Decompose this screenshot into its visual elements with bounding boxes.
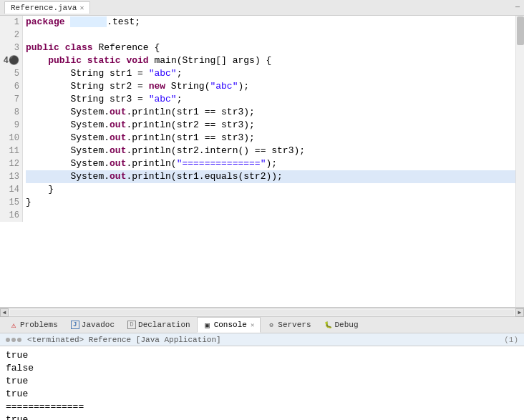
tab-console[interactable]: ▣ Console ✕: [197, 317, 261, 333]
bottom-tabs-bar: ⚠ Problems J Javadoc D Declaration ▣ Con…: [0, 316, 524, 333]
code-line-8: System.out.println(str1 == str3);: [26, 106, 524, 119]
line-num-1: 1: [3, 16, 19, 29]
vscroll[interactable]: [515, 16, 524, 307]
code-line-10: System.out.println(str1 == str3);: [26, 132, 524, 145]
line-num-8: 8: [3, 106, 19, 119]
code-line-13: System.out.println(str1.equals(str2));: [26, 170, 524, 183]
tab-problems-label: Problems: [20, 321, 58, 329]
dot2: [11, 338, 16, 342]
window-minimize[interactable]: ─: [515, 4, 520, 11]
code-line-4: public static void main(String[] args) {: [26, 54, 524, 67]
line-num-9: 9: [3, 119, 19, 132]
tab-label: Reference.java: [11, 4, 77, 12]
console-header-text: <terminated> Reference [Java Application…: [27, 336, 221, 344]
console-output-area[interactable]: true false true true ============== true: [0, 346, 524, 420]
line-num-14: 14: [3, 183, 19, 196]
tab-problems[interactable]: ⚠ Problems: [3, 317, 64, 333]
code-line-14: }: [26, 183, 524, 196]
editor-hscroll[interactable]: ◀ ▶: [0, 308, 524, 316]
declaration-icon: D: [127, 321, 136, 329]
editor-scroll[interactable]: 1 2 3 4⚫ 5 6 7 8 9 10 11 12 13 14 15 16 …: [0, 16, 524, 307]
console-icon: ▣: [203, 321, 212, 329]
code-line-15: }: [26, 196, 524, 209]
console-header: <terminated> Reference [Java Application…: [0, 333, 524, 346]
line-num-10: 10: [3, 132, 19, 145]
line-num-4: 4⚫: [3, 54, 19, 67]
code-line-3: public class Reference {: [26, 41, 524, 54]
code-container: 1 2 3 4⚫ 5 6 7 8 9 10 11 12 13 14 15 16 …: [0, 16, 524, 222]
editor-tab[interactable]: Reference.java ✕: [4, 1, 90, 14]
line-num-2: 2: [3, 29, 19, 41]
code-lines[interactable]: package .test; public class Reference { …: [23, 16, 524, 222]
tab-declaration[interactable]: D Declaration: [121, 317, 197, 333]
code-line-2: [26, 29, 524, 41]
hscroll-track[interactable]: [10, 310, 514, 316]
code-line-6: String str2 = new String("abc");: [26, 80, 524, 93]
tab-javadoc[interactable]: J Javadoc: [64, 317, 121, 333]
tab-close-icon[interactable]: ✕: [79, 4, 84, 12]
tab-servers[interactable]: ⚙ Servers: [261, 317, 317, 333]
code-line-7: String str3 = "abc";: [26, 93, 524, 106]
dot1: [6, 338, 10, 342]
console-line-1: true: [6, 349, 518, 362]
console-header-dots: [6, 338, 21, 342]
console-line-2: false: [6, 362, 518, 375]
console-header-num: (1): [504, 336, 518, 344]
code-line-12: System.out.println("==============");: [26, 157, 524, 170]
problems-icon: ⚠: [9, 321, 18, 329]
console-line-6: true: [6, 414, 518, 420]
tab-javadoc-label: Javadoc: [82, 321, 115, 329]
tab-console-label: Console: [214, 321, 247, 329]
debug-icon: 🐛: [324, 321, 333, 329]
line-num-12: 12: [3, 157, 19, 170]
console-tab-close[interactable]: ✕: [251, 321, 254, 329]
hscroll-right-arrow[interactable]: ▶: [515, 308, 524, 317]
line-num-7: 7: [3, 93, 19, 106]
line-num-16: 16: [3, 209, 19, 222]
line-numbers: 1 2 3 4⚫ 5 6 7 8 9 10 11 12 13 14 15 16: [0, 16, 23, 222]
title-bar: Reference.java ✕ ─: [0, 0, 524, 16]
servers-icon: ⚙: [267, 321, 276, 329]
code-line-5: String str1 = "abc";: [26, 67, 524, 80]
editor-area: 1 2 3 4⚫ 5 6 7 8 9 10 11 12 13 14 15 16 …: [0, 16, 524, 308]
code-line-1: package .test;: [26, 16, 524, 29]
title-bar-left: Reference.java ✕: [4, 1, 90, 14]
line-num-11: 11: [3, 145, 19, 157]
console-line-5: ==============: [6, 401, 518, 414]
console-line-3: true: [6, 375, 518, 388]
tab-debug[interactable]: 🐛 Debug: [318, 317, 365, 333]
tab-debug-label: Debug: [335, 321, 359, 329]
javadoc-icon: J: [71, 321, 79, 329]
tab-declaration-label: Declaration: [138, 321, 190, 329]
line-num-15: 15: [3, 196, 19, 209]
line-num-3: 3: [3, 41, 19, 54]
console-line-4: true: [6, 388, 518, 401]
dot3: [17, 338, 21, 342]
code-line-9: System.out.println(str2 == str3);: [26, 119, 524, 132]
tab-servers-label: Servers: [278, 321, 311, 329]
code-line-11: System.out.println(str2.intern() == str3…: [26, 145, 524, 157]
code-line-16: [26, 209, 524, 222]
line-num-5: 5: [3, 67, 19, 80]
line-num-6: 6: [3, 80, 19, 93]
line-num-13: 13: [3, 170, 19, 183]
vscroll-thumb[interactable]: [517, 16, 524, 45]
hscroll-left-arrow[interactable]: ◀: [0, 308, 9, 317]
